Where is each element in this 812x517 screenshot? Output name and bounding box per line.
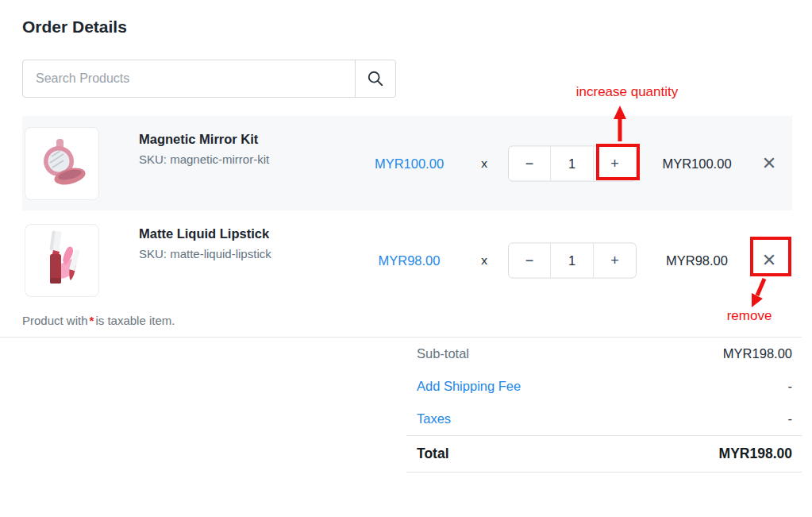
line-total: MYR98.00 xyxy=(648,253,746,268)
annotation-highlight-plus-button xyxy=(596,144,640,180)
product-image-matte-liquid-lipstick xyxy=(25,224,99,297)
page-title: Order Details xyxy=(22,17,127,37)
decrease-quantity-button[interactable]: − xyxy=(509,243,551,277)
quantity-stepper: − + xyxy=(508,242,637,278)
product-name: Magnetic Mirror Kit xyxy=(139,132,269,147)
total-value: MYR198.00 xyxy=(719,446,792,462)
search-icon xyxy=(367,70,384,87)
divider xyxy=(406,472,802,473)
unit-price-link[interactable]: MYR98.00 xyxy=(352,253,467,268)
taxes-link[interactable]: Taxes xyxy=(417,411,451,426)
remove-product-button[interactable]: ✕ xyxy=(752,147,786,180)
multiply-symbol: x xyxy=(468,156,500,171)
unit-price-link[interactable]: MYR100.00 xyxy=(352,156,467,171)
taxable-note: Product with*is taxable item. xyxy=(22,314,175,327)
search-bar xyxy=(22,60,396,98)
search-input[interactable] xyxy=(23,60,355,97)
shipping-row: Add Shipping Fee - xyxy=(406,370,802,403)
total-label: Total xyxy=(417,446,449,462)
close-icon: ✕ xyxy=(762,153,776,174)
taxes-row: Taxes - xyxy=(406,403,802,435)
quantity-input[interactable] xyxy=(551,243,594,277)
annotation-highlight-remove-button xyxy=(750,237,791,276)
subtotal-value: MYR198.00 xyxy=(723,346,792,361)
taxes-value: - xyxy=(788,411,793,426)
product-info: Matte Liquid Lipstick SKU: matte-liquid-… xyxy=(139,226,271,260)
order-summary: Sub-total MYR198.00 Add Shipping Fee - T… xyxy=(406,338,802,473)
product-info: Magnetic Mirror Kit SKU: magnetic-mirror… xyxy=(139,132,269,166)
decrease-quantity-button[interactable]: − xyxy=(509,146,551,180)
lipstick-photo xyxy=(30,229,94,292)
product-row-matte-liquid-lipstick: Matte Liquid Lipstick SKU: matte-liquid-… xyxy=(22,210,792,310)
total-row: Total MYR198.00 xyxy=(406,436,802,472)
shipping-value: - xyxy=(788,379,793,394)
increase-quantity-button[interactable]: + xyxy=(594,243,636,277)
subtotal-label: Sub-total xyxy=(417,346,469,361)
multiply-symbol: x xyxy=(468,253,500,268)
mirror-kit-photo xyxy=(30,132,94,195)
product-image-magnetic-mirror-kit xyxy=(25,127,99,200)
search-button[interactable] xyxy=(355,60,395,97)
taxable-asterisk: * xyxy=(90,314,94,327)
annotation-remove: remove xyxy=(716,308,783,324)
quantity-input[interactable] xyxy=(551,146,594,180)
product-row-magnetic-mirror-kit: Magnetic Mirror Kit SKU: magnetic-mirror… xyxy=(22,116,792,210)
add-shipping-fee-link[interactable]: Add Shipping Fee xyxy=(417,379,521,394)
subtotal-row: Sub-total MYR198.00 xyxy=(406,338,802,370)
product-sku: SKU: magnetic-mirror-kit xyxy=(139,152,269,166)
order-details-panel: Order Details Magnetic Mirro xyxy=(0,0,812,517)
annotation-increase-quantity: increase quantity xyxy=(556,84,698,100)
product-sku: SKU: matte-liquid-lipstick xyxy=(139,247,271,260)
product-name: Matte Liquid Lipstick xyxy=(139,226,271,241)
line-total: MYR100.00 xyxy=(648,156,746,171)
